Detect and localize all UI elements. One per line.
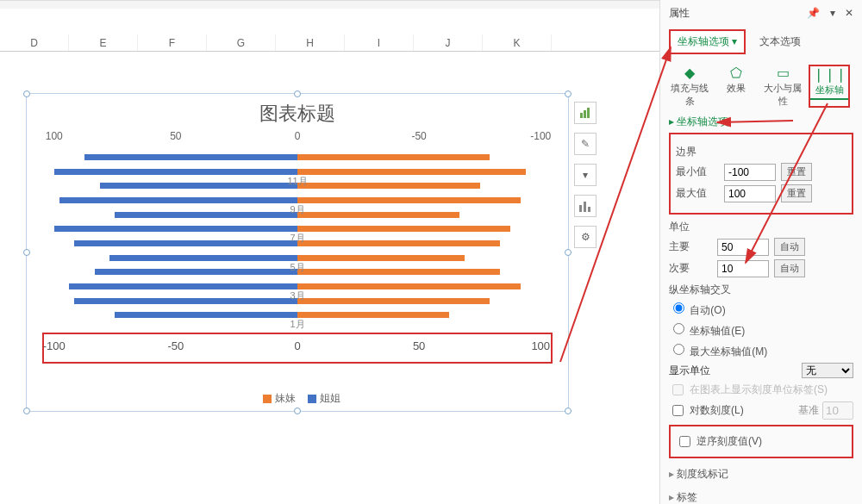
tab-axis[interactable]: ❘❘❘坐标轴 — [809, 65, 850, 108]
bar-sister[interactable] — [115, 312, 297, 318]
reverse-order-checkbox[interactable] — [679, 436, 690, 447]
legend-swatch — [263, 395, 272, 403]
min-value-input[interactable] — [724, 164, 776, 181]
tab-effects[interactable]: ⬠效果 — [715, 65, 757, 108]
labels-section[interactable]: 标签 — [669, 490, 853, 504]
display-unit-select[interactable]: 无 — [802, 363, 853, 378]
col-header[interactable]: F — [138, 34, 207, 51]
col-header[interactable]: H — [276, 34, 345, 51]
col-header[interactable]: E — [69, 34, 138, 51]
max-value-input[interactable] — [724, 185, 776, 202]
cross-max-radio[interactable]: 最大坐标轴值(M) — [669, 341, 853, 359]
bar-sister[interactable] — [74, 240, 297, 246]
chart-filters-button[interactable]: ▾ — [574, 164, 597, 186]
reset-max-button[interactable]: 重置 — [781, 184, 812, 202]
cross-value-radio[interactable]: 坐标轴值(E) — [669, 320, 853, 339]
primary-x-axis[interactable]: -100 -50 0 50 100 — [44, 334, 551, 362]
resize-handle[interactable] — [23, 90, 30, 97]
secondary-x-axis[interactable]: 100 50 0 -50 -100 — [44, 130, 551, 147]
axis-cross-heading: 纵坐标轴交叉 — [669, 283, 853, 297]
bar-sister[interactable] — [54, 226, 297, 232]
legend-label: 妹妹 — [275, 392, 296, 404]
bar-sister[interactable] — [115, 212, 297, 218]
close-icon[interactable]: ✕ — [845, 7, 853, 19]
svg-rect-3 — [579, 205, 582, 212]
chart-legend[interactable]: 妹妹 姐姐 — [27, 391, 568, 406]
bar-younger[interactable] — [297, 312, 449, 318]
dropdown-icon[interactable]: ▾ — [830, 7, 835, 19]
category-label: 5月 — [290, 261, 304, 274]
chart-styles-button[interactable]: ✎ — [574, 133, 597, 155]
bar-younger[interactable] — [297, 283, 521, 289]
paint-bucket-icon: ◆ — [669, 65, 710, 82]
text-options-tab[interactable]: 文本选项 — [759, 34, 801, 49]
col-header[interactable]: D — [0, 34, 69, 51]
bar-sister[interactable] — [100, 183, 297, 189]
auto-major-button[interactable]: 自动 — [774, 238, 805, 256]
bar-sister[interactable] — [84, 154, 297, 160]
tick-marks-section[interactable]: 刻度线标记 — [669, 467, 853, 482]
reverse-order-highlight: 逆序刻度值(V) — [669, 425, 853, 458]
bar-younger[interactable] — [297, 154, 490, 160]
resize-handle[interactable] — [294, 90, 301, 97]
bar-sister[interactable] — [59, 197, 297, 203]
auto-minor-button[interactable]: 自动 — [774, 259, 805, 277]
bar-sister[interactable] — [109, 255, 297, 261]
bar-younger[interactable] — [297, 169, 526, 175]
bar-sister[interactable] — [95, 269, 297, 275]
legend-label: 姐姐 — [320, 392, 340, 404]
tab-fill-line[interactable]: ◆填充与线条 — [669, 65, 710, 108]
resize-handle[interactable] — [565, 90, 572, 97]
axis-options-section[interactable]: ▸ 坐标轴选项 — [669, 115, 853, 129]
reset-min-button[interactable]: 重置 — [781, 163, 812, 181]
bar-sister[interactable] — [74, 298, 297, 304]
primary-x-axis-highlight: -100 -50 0 50 100 — [42, 333, 553, 364]
bar-sister[interactable] — [69, 283, 297, 289]
chart-type-button[interactable] — [574, 195, 597, 217]
bounds-heading: 边界 — [676, 145, 846, 159]
col-header[interactable]: I — [345, 34, 414, 51]
major-unit-label: 主要 — [669, 240, 712, 254]
units-heading: 单位 — [669, 220, 853, 234]
bar-younger[interactable] — [297, 183, 480, 189]
col-header[interactable]: G — [207, 34, 276, 51]
tab-size-properties[interactable]: ▭大小与属性 — [762, 65, 803, 108]
bar-sister[interactable] — [54, 169, 297, 175]
plot-area[interactable]: 1月3月5月7月9月11月 — [44, 152, 551, 325]
category-label: 1月 — [290, 318, 304, 331]
bar-younger[interactable] — [297, 197, 521, 203]
format-axis-panel: 属性 📌 ▾ ✕ 坐标轴选项 ▾ 文本选项 ◆填充与线条 ⬠效果 ▭大小与属性 … — [659, 0, 862, 504]
cross-auto-radio[interactable]: 自动(O) — [669, 300, 853, 318]
axis-icon: ❘❘❘ — [810, 66, 848, 84]
embedded-chart[interactable]: 图表标题 100 50 0 -50 -100 1月3月5月7月9月11月 -10… — [26, 93, 569, 412]
chart-title[interactable]: 图表标题 — [27, 94, 568, 130]
category-label: 3月 — [290, 289, 304, 302]
chart-settings-button[interactable]: ⚙ — [574, 226, 597, 248]
svg-rect-0 — [580, 113, 583, 118]
panel-title: 属性 — [669, 6, 690, 21]
axis-options-dropdown[interactable]: 坐标轴选项 ▾ — [669, 29, 746, 54]
major-unit-input[interactable] — [717, 239, 769, 256]
resize-handle[interactable] — [565, 249, 572, 256]
minor-unit-input[interactable] — [717, 260, 769, 277]
col-header[interactable]: K — [483, 34, 552, 51]
display-unit-label: 显示单位 — [669, 364, 710, 378]
col-header[interactable]: J — [414, 34, 483, 51]
svg-rect-5 — [588, 207, 590, 212]
resize-handle[interactable] — [565, 408, 572, 414]
resize-handle[interactable] — [23, 408, 30, 414]
bar-younger[interactable] — [297, 298, 490, 304]
chart-elements-button[interactable] — [574, 102, 597, 124]
chart-floating-tools: ✎ ▾ ⚙ — [574, 102, 598, 257]
pin-icon[interactable]: 📌 — [807, 7, 820, 19]
axis-tick-label: -100 — [43, 339, 66, 352]
log-scale-checkbox[interactable] — [672, 405, 684, 416]
bar-younger[interactable] — [297, 240, 500, 246]
minor-unit-label: 次要 — [669, 261, 712, 276]
resize-handle[interactable] — [23, 249, 30, 256]
bar-younger[interactable] — [297, 226, 510, 232]
bar-younger[interactable] — [297, 255, 465, 261]
bar-younger[interactable] — [297, 269, 500, 275]
resize-handle[interactable] — [294, 408, 301, 414]
bar-younger[interactable] — [297, 212, 459, 218]
